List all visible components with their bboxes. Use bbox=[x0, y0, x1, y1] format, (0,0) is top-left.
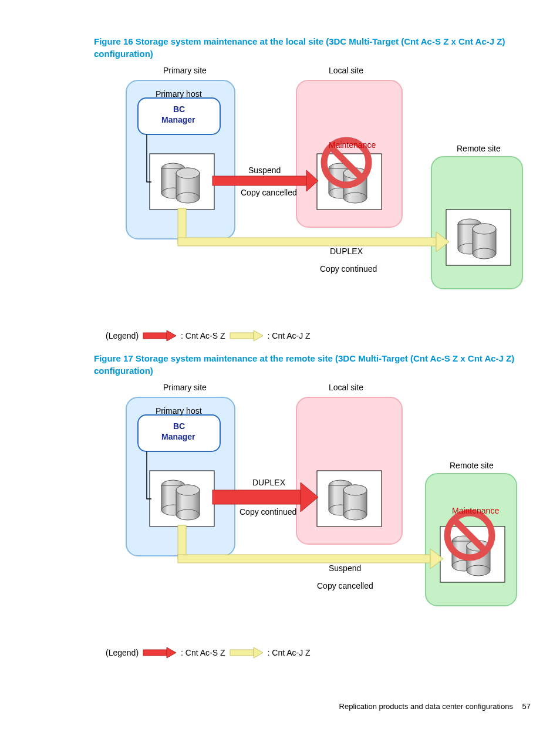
fig17-local-site-label: Local site bbox=[329, 383, 363, 392]
legend-acs-arrow-icon bbox=[142, 330, 177, 342]
figure17-diagram: Primary site Local site Remote site Prim… bbox=[106, 383, 531, 659]
fig16-primary-site-label: Primary site bbox=[163, 66, 207, 75]
svg-marker-61 bbox=[167, 647, 176, 658]
fig16-copy-cancelled-label: Copy cancelled bbox=[241, 188, 297, 197]
svg-rect-30 bbox=[230, 333, 254, 339]
svg-marker-31 bbox=[254, 330, 263, 341]
legend-acj-arrow-icon bbox=[229, 330, 264, 342]
local-storage-icon bbox=[329, 480, 367, 520]
page-footer: Replication products and data center con… bbox=[339, 702, 531, 711]
footer-text: Replication products and data center con… bbox=[339, 702, 513, 711]
fig16-remote-site-label: Remote site bbox=[457, 144, 501, 153]
fig17-maintenance-label: Maintenance bbox=[452, 506, 499, 515]
svg-marker-63 bbox=[254, 647, 263, 658]
legend-acj-arrow-icon bbox=[229, 647, 264, 659]
svg-point-5 bbox=[176, 193, 200, 203]
fig17-legend-acs: : Cnt Ac-S Z bbox=[181, 648, 225, 657]
fig17-suspend-label: Suspend bbox=[329, 563, 361, 573]
primary-storage-icon bbox=[161, 163, 200, 203]
fig17-legend: (Legend) : Cnt Ac-S Z : Cnt Ac-J Z bbox=[106, 647, 311, 659]
fig17-bc-label-2: Manager bbox=[161, 432, 195, 441]
fig17-copy-continued-label: Copy continued bbox=[239, 507, 296, 517]
fig16-duplex-label: DUPLEX bbox=[330, 247, 363, 256]
figure17-caption: Figure 17 Storage system maintenance at … bbox=[94, 352, 531, 377]
svg-rect-26 bbox=[178, 238, 436, 246]
fig17-duplex-label: DUPLEX bbox=[252, 478, 285, 487]
fig16-suspend-label: Suspend bbox=[248, 166, 281, 175]
footer-page-number: 57 bbox=[522, 702, 531, 711]
svg-rect-62 bbox=[230, 650, 254, 656]
page: Figure 16 Storage system maintenance at … bbox=[0, 0, 560, 746]
figure16-caption: Figure 16 Storage system maintenance at … bbox=[94, 35, 531, 60]
fig17-legend-label: (Legend) bbox=[106, 648, 139, 657]
fig17-bc-label-1: BC bbox=[173, 421, 185, 431]
svg-marker-29 bbox=[167, 330, 176, 341]
svg-rect-57 bbox=[178, 525, 186, 559]
figure16-svg bbox=[106, 66, 528, 318]
svg-rect-55 bbox=[212, 490, 301, 504]
fig17-primary-site-label: Primary site bbox=[163, 383, 207, 392]
remote-storage-icon bbox=[458, 219, 496, 259]
svg-rect-25 bbox=[178, 208, 186, 242]
fig17-remote-site-label: Remote site bbox=[450, 461, 494, 470]
fig17-primary-host-label: Primary host bbox=[156, 406, 202, 416]
fig16-legend: (Legend) : Cnt Ac-S Z : Cnt Ac-J Z bbox=[106, 330, 311, 342]
fig16-legend-acs: : Cnt Ac-S Z bbox=[181, 331, 225, 340]
svg-point-45 bbox=[343, 485, 367, 495]
svg-rect-28 bbox=[143, 333, 167, 339]
svg-point-12 bbox=[343, 193, 367, 203]
fig17-legend-acj: : Cnt Ac-J Z bbox=[268, 648, 311, 657]
svg-point-38 bbox=[176, 485, 200, 495]
svg-rect-60 bbox=[143, 650, 167, 656]
fig17-copy-cancelled-label: Copy cancelled bbox=[317, 581, 373, 590]
fig16-bc-label-1: BC bbox=[173, 104, 185, 114]
svg-point-6 bbox=[176, 168, 200, 178]
fig16-copy-continued-label: Copy continued bbox=[320, 264, 377, 274]
svg-point-21 bbox=[473, 248, 496, 259]
svg-point-51 bbox=[467, 565, 490, 576]
fig16-legend-label: (Legend) bbox=[106, 331, 139, 340]
svg-rect-58 bbox=[178, 555, 430, 563]
fig16-bc-label-2: Manager bbox=[161, 115, 195, 124]
primary-storage-icon bbox=[161, 480, 200, 520]
fig16-local-site-label: Local site bbox=[329, 66, 363, 75]
svg-point-44 bbox=[343, 509, 367, 520]
figure16-diagram: Primary site Local site Remote site Prim… bbox=[106, 66, 531, 342]
legend-acs-arrow-icon bbox=[142, 647, 177, 659]
fig16-maintenance-label: Maintenance bbox=[329, 140, 376, 150]
svg-point-22 bbox=[473, 224, 496, 234]
fig16-legend-acj: : Cnt Ac-J Z bbox=[268, 331, 311, 340]
svg-point-37 bbox=[176, 509, 200, 520]
fig16-primary-host-label: Primary host bbox=[156, 89, 202, 99]
svg-rect-23 bbox=[212, 176, 306, 185]
